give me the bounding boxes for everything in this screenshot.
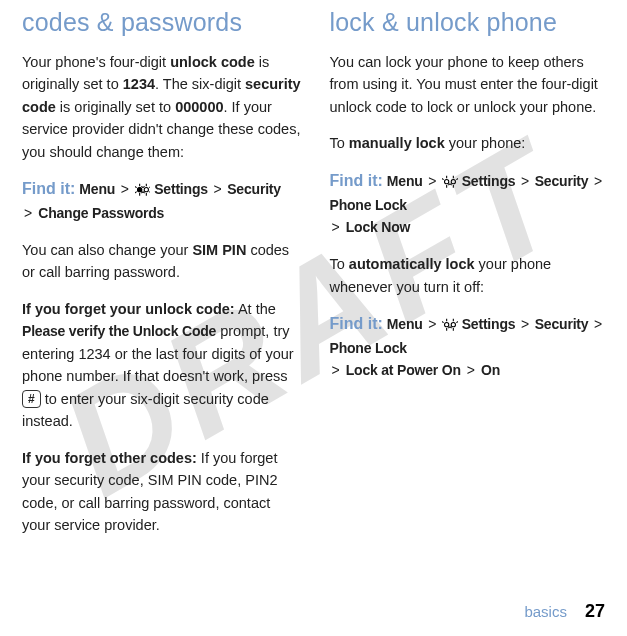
inline-menu-text: Please verify the Unlock Code: [22, 323, 216, 339]
separator-icon: >: [592, 173, 604, 189]
bold-text: manually lock: [349, 135, 445, 151]
paragraph: To automatically lock your phone wheneve…: [330, 253, 610, 298]
path-item: Change Passwords: [38, 205, 164, 221]
find-it-line: Find it: Menu > Settings > Security > Ch…: [22, 177, 302, 224]
svg-point-1: [144, 188, 148, 192]
separator-icon: >: [465, 362, 477, 378]
text: . The six-digit: [155, 76, 245, 92]
text: At the: [235, 301, 276, 317]
separator-icon: >: [22, 205, 34, 221]
separator-icon: >: [330, 362, 342, 378]
section-label: basics: [524, 603, 567, 620]
path-item: Security: [535, 173, 589, 189]
path-item: Security: [227, 181, 281, 197]
bold-text: automatically lock: [349, 256, 475, 272]
find-it-label: Find it:: [22, 180, 75, 197]
bold-text: SIM PIN: [192, 242, 246, 258]
path-item: Phone Lock: [330, 340, 407, 356]
menu-path: Menu > Settings > Security: [79, 181, 281, 197]
text: Your phone's four-digit: [22, 54, 170, 70]
path-item: Menu: [387, 316, 423, 332]
paragraph: To manually lock your phone:: [330, 132, 610, 154]
separator-icon: >: [119, 181, 131, 197]
svg-point-2: [445, 179, 449, 183]
path-item: Security: [535, 316, 589, 332]
gear-icon: [442, 173, 458, 187]
hash-key-icon: #: [22, 390, 41, 408]
svg-point-4: [445, 322, 449, 326]
bold-text: If you forget other codes:: [22, 450, 197, 466]
heading-codes-passwords: codes & passwords: [22, 8, 302, 37]
text: To: [330, 135, 349, 151]
text: You can also change your: [22, 242, 192, 258]
path-item: Settings: [462, 173, 516, 189]
page-number: 27: [585, 601, 605, 621]
page-footer: basics27: [524, 601, 605, 622]
paragraph: If you forget other codes: If you forget…: [22, 447, 302, 537]
bold-text: If you forget your unlock code:: [22, 301, 235, 317]
path-item: Lock at Power On: [346, 362, 461, 378]
bold-text: unlock code: [170, 54, 255, 70]
text: your phone:: [445, 135, 526, 151]
path-item: Settings: [462, 316, 516, 332]
paragraph: If you forget your unlock code: At the P…: [22, 298, 302, 433]
text: to enter your six-digit security code in…: [22, 391, 269, 429]
svg-point-5: [451, 322, 455, 326]
paragraph: Your phone's four-digit unlock code is o…: [22, 51, 302, 163]
separator-icon: >: [212, 181, 224, 197]
path-item: On: [481, 362, 500, 378]
page-content: codes & passwords Your phone's four-digi…: [0, 0, 627, 551]
path-item: Menu: [79, 181, 115, 197]
text: To: [330, 256, 349, 272]
path-item: Phone Lock: [330, 197, 407, 213]
find-it-line: Find it: Menu > Settings > Security > Ph…: [330, 169, 610, 239]
paragraph: You can lock your phone to keep others f…: [330, 51, 610, 118]
separator-icon: >: [330, 219, 342, 235]
svg-point-3: [451, 179, 455, 183]
separator-icon: >: [426, 316, 438, 332]
find-it-label: Find it:: [330, 172, 383, 189]
bold-text: 1234: [123, 76, 155, 92]
bold-text: 000000: [175, 99, 223, 115]
separator-icon: >: [426, 173, 438, 189]
path-item: Lock Now: [346, 219, 411, 235]
find-it-line: Find it: Menu > Settings > Security > Ph…: [330, 312, 610, 382]
text: is originally set to: [56, 99, 175, 115]
path-item: Settings: [154, 181, 208, 197]
paragraph: You can also change your SIM PIN codes o…: [22, 239, 302, 284]
separator-icon: >: [592, 316, 604, 332]
gear-icon: [442, 316, 458, 330]
heading-lock-unlock: lock & unlock phone: [330, 8, 610, 37]
left-column: codes & passwords Your phone's four-digi…: [22, 8, 302, 551]
right-column: lock & unlock phone You can lock your ph…: [330, 8, 610, 551]
separator-icon: >: [519, 316, 531, 332]
find-it-label: Find it:: [330, 315, 383, 332]
separator-icon: >: [519, 173, 531, 189]
gear-icon: [135, 181, 151, 195]
path-item: Menu: [387, 173, 423, 189]
